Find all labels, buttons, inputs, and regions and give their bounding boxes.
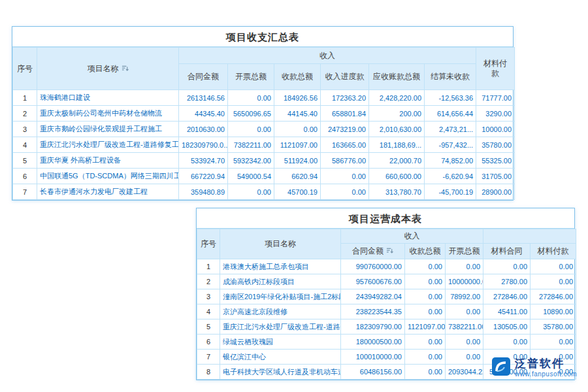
value-cell: 5650096.65 <box>228 106 274 122</box>
value-cell: 1121097.00 <box>274 137 321 153</box>
value-cell: 200.00 <box>369 106 425 122</box>
table1-group-header-row: 序号 项目名称 收入 材料付款 <box>13 48 515 64</box>
row-index: 5 <box>197 319 220 335</box>
value-cell: 0.00 <box>228 122 274 137</box>
row-index: 7 <box>13 184 37 200</box>
value-cell: 0.00 <box>405 365 446 380</box>
col-header-received-total: 收款总额 <box>274 64 321 90</box>
value-cell: 667220.94 <box>179 169 228 184</box>
value-cell: 71777.00 <box>476 90 515 106</box>
value-cell: 45700.19 <box>274 184 321 200</box>
value-cell: 511924.00 <box>274 153 321 169</box>
col-header-project-name: 项目名称 <box>220 229 341 259</box>
logo-site-url: www.fanpusoft.com <box>515 370 577 378</box>
project-name-link[interactable]: 港珠澳大桥施工总承包项目 <box>220 259 341 274</box>
table-row: 3潼南区2019年绿化补贴项目-施工2标段243949282.040.00789… <box>197 289 576 304</box>
fanpu-logo: 泛普软件 www.fanpusoft.com <box>491 357 577 379</box>
col-header-project-name[interactable]: 项目名称 <box>37 48 179 90</box>
value-cell: 35780.00 <box>476 137 515 153</box>
value-cell: 586776.00 <box>321 153 369 169</box>
value-cell: 658801.84 <box>321 106 369 122</box>
project-name-link[interactable]: 中国联通5G（TD-SCDMA）网络三期四川工 <box>37 169 179 184</box>
table-row: 3重庆市鹅岭公园绿化景观提升工程施工2010630.000.000.002473… <box>13 122 515 137</box>
project-name-link[interactable]: 珠海鹤港口建设 <box>37 90 179 106</box>
row-index: 4 <box>197 304 220 319</box>
project-name-link[interactable]: 银亿滨江中心 <box>220 350 341 365</box>
income-expense-summary-panel: 项目收支汇总表 序号 项目名称 收入 材料付款 合同金额 开票总额 收款总额 收… <box>12 26 514 201</box>
value-cell: -12,563.36 <box>425 90 476 106</box>
project-name-link[interactable]: 长春市伊通河水力发电厂改建工程 <box>37 184 179 200</box>
project-name-link[interactable]: 重庆华夏 外高桥工程设备 <box>37 153 179 169</box>
row-index: 4 <box>13 137 37 153</box>
value-cell: 31705.00 <box>476 169 515 184</box>
row-index: 6 <box>13 169 37 184</box>
value-cell: 2,010,630.00 <box>369 122 425 137</box>
group-header-empty <box>483 229 576 244</box>
project-name-link[interactable]: 电子科技大学区域人行道及非机动车道工 <box>220 365 341 380</box>
value-cell: 44345.40 <box>179 106 228 122</box>
value-cell: 45411.00 <box>483 304 531 319</box>
value-cell: 0.00 <box>405 335 446 350</box>
col-header-contract-amount[interactable]: 合同金额 <box>341 244 405 259</box>
value-cell: 0.00 <box>405 304 446 319</box>
value-cell: 0.00 <box>446 304 483 319</box>
project-name-link[interactable]: 重庆江北污水处理厂级改造工程-道路修复 <box>220 319 341 335</box>
sort-icon[interactable] <box>122 65 129 74</box>
value-cell: 2010630.00 <box>179 122 228 137</box>
value-cell: 60486156.00 <box>341 365 405 380</box>
value-cell: 238223544.35 <box>341 304 405 319</box>
row-index: 1 <box>13 90 37 106</box>
value-cell: 182309790.00 <box>341 319 405 335</box>
income-expense-summary-table: 序号 项目名称 收入 材料付款 合同金额 开票总额 收款总额 收入进度款 应收账… <box>12 47 515 200</box>
value-cell: 2613146.56 <box>179 90 228 106</box>
col-header-contract-amount: 合同金额 <box>179 64 228 90</box>
operating-cost-panel: 项目运营成本表 序号 项目名称 收入 合同金额 收款总额 开票总额 材料合同 材… <box>196 208 575 380</box>
table-row: 7长春市伊通河水力发电厂改建工程359480.890.0045700.190.0… <box>13 184 515 200</box>
row-index: 8 <box>197 365 220 380</box>
value-cell: 55325.00 <box>476 153 515 169</box>
sort-icon[interactable] <box>386 247 393 256</box>
value-cell: 313,780.70 <box>369 184 425 200</box>
row-index: 3 <box>13 122 37 137</box>
col-header-settled-unreceived: 结算未收款 <box>425 64 476 90</box>
value-cell: 614,656.44 <box>425 106 476 122</box>
project-name-link[interactable]: 成渝高铁内江标段项目 <box>220 274 341 289</box>
table2-title: 项目运营成本表 <box>197 208 574 229</box>
value-cell: 130505.00 <box>483 319 531 335</box>
fanpu-logo-icon <box>491 357 511 379</box>
value-cell: 22,000.70 <box>369 153 425 169</box>
project-name-link[interactable]: 京沪高速北京段维修 <box>220 304 341 319</box>
contract-amount-label: 合同金额 <box>352 246 384 255</box>
value-cell: 0.00 <box>531 259 576 274</box>
value-cell: 2,473,21... <box>425 122 476 137</box>
table-row: 6中国联通5G（TD-SCDMA）网络三期四川工667220.94549000.… <box>13 169 515 184</box>
col-header-received-total: 收款总额 <box>405 244 446 259</box>
table2-group-header-row: 序号 项目名称 收入 <box>197 229 576 244</box>
table-row: 5重庆华夏 外高桥工程设备533924.705932342.00511924.0… <box>13 153 515 169</box>
value-cell: 2093044.22 <box>446 365 483 380</box>
col-header-no: 序号 <box>13 48 37 90</box>
value-cell: 172363.20 <box>321 90 369 106</box>
value-cell: 0.00 <box>321 184 369 200</box>
project-name-label: 项目名称 <box>88 64 119 73</box>
value-cell: 5932342.00 <box>228 153 274 169</box>
value-cell: 272846.00 <box>483 289 531 304</box>
project-name-link[interactable]: 潼南区2019年绿化补贴项目-施工2标段 <box>220 289 341 304</box>
project-name-link[interactable]: 绿城云栖玫瑰园 <box>220 335 341 350</box>
project-name-link[interactable]: 重庆江北污水处理厂级改造工程-道路修复工 <box>37 137 179 153</box>
col-header-material-payment: 材料付款 <box>531 244 576 259</box>
value-cell: 957600676.00 <box>341 274 405 289</box>
value-cell: 35780.00 <box>531 319 576 335</box>
project-name-link[interactable]: 重庆太极制药公司亳州中药材仓储物流 <box>37 106 179 122</box>
value-cell: 181,188,69... <box>369 137 425 153</box>
value-cell: 549000.54 <box>228 169 274 184</box>
value-cell: 2,428,220.00 <box>369 90 425 106</box>
table-row: 1珠海鹤港口建设2613146.560.00184926.56172363.20… <box>13 90 515 106</box>
value-cell: -45,700.19 <box>425 184 476 200</box>
value-cell: 10890.00 <box>531 304 576 319</box>
row-index: 5 <box>13 153 37 169</box>
value-cell: 0.00 <box>405 350 446 365</box>
value-cell: 0.00 <box>405 289 446 304</box>
project-name-link[interactable]: 重庆市鹅岭公园绿化景观提升工程施工 <box>37 122 179 137</box>
row-index: 3 <box>197 289 220 304</box>
